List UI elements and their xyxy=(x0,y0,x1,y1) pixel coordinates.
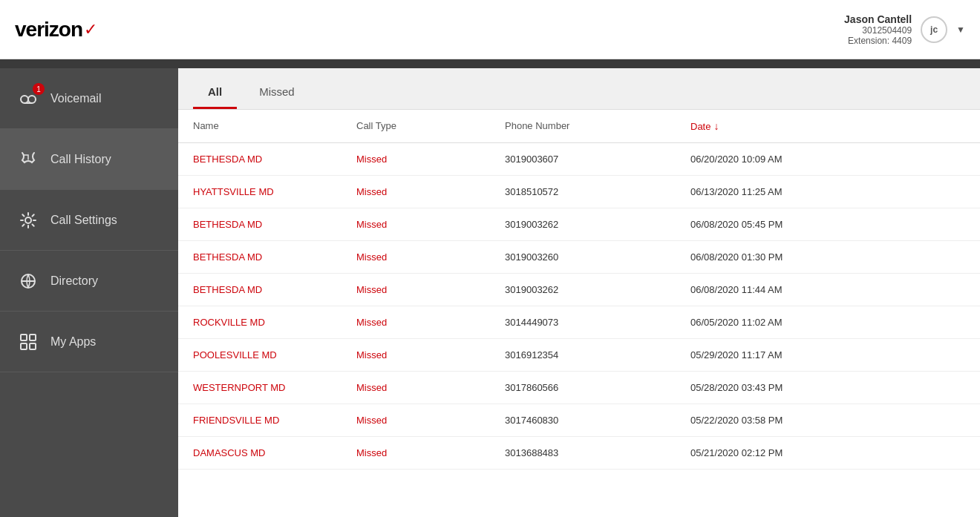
avatar[interactable]: jc xyxy=(921,16,947,43)
table-row: BETHESDA MD Missed 3019003262 06/08/2020… xyxy=(178,208,980,241)
header: verizon ✓ Jason Cantell 3012504409 Exten… xyxy=(0,0,980,59)
column-header-date[interactable]: Date ↓ xyxy=(690,120,965,132)
column-header-name: Name xyxy=(193,120,356,132)
column-header-phone: Phone Number xyxy=(505,120,690,132)
sidebar-label-call-settings: Call Settings xyxy=(50,214,117,227)
svg-point-0 xyxy=(21,96,28,103)
call-history-icon xyxy=(18,149,39,170)
main-content: All Missed Name Call Type Phone Number D… xyxy=(178,68,980,517)
svg-rect-7 xyxy=(30,335,36,340)
user-phone: 3012504409 xyxy=(844,25,912,36)
cell-date: 06/08/2020 01:30 PM xyxy=(690,251,965,263)
sidebar-item-call-settings[interactable]: Call Settings xyxy=(0,190,178,251)
sidebar-label-call-history: Call History xyxy=(50,153,111,166)
table-row: WESTERNPORT MD Missed 3017860566 05/28/2… xyxy=(178,372,980,404)
svg-rect-9 xyxy=(30,343,36,349)
table-row: BETHESDA MD Missed 3019003262 06/08/2020… xyxy=(178,274,980,306)
cell-date: 05/21/2020 02:12 PM xyxy=(690,447,965,458)
column-header-call-type: Call Type xyxy=(356,120,505,132)
cell-phone: 3019003260 xyxy=(505,251,690,263)
cell-name[interactable]: HYATTSVILLE MD xyxy=(193,186,356,197)
table-row: DAMASCUS MD Missed 3013688483 05/21/2020… xyxy=(178,437,980,470)
logo: verizon ✓ xyxy=(15,18,97,42)
cell-date: 06/05/2020 11:02 AM xyxy=(690,317,965,328)
logo-wordmark: verizon xyxy=(15,18,82,42)
cell-phone: 3017860566 xyxy=(505,382,690,393)
table-row: HYATTSVILLE MD Missed 3018510572 06/13/2… xyxy=(178,176,980,208)
cell-name[interactable]: BETHESDA MD xyxy=(193,219,356,230)
cell-phone: 3016912354 xyxy=(505,349,690,360)
cell-phone: 3019003262 xyxy=(505,219,690,230)
cell-phone: 3017460830 xyxy=(505,415,690,426)
table-row: ROCKVILLE MD Missed 3014449073 06/05/202… xyxy=(178,306,980,339)
table-row: POOLESVILLE MD Missed 3016912354 05/29/2… xyxy=(178,339,980,372)
table-row: BETHESDA MD Missed 3019003607 06/20/2020… xyxy=(178,143,980,176)
cell-name[interactable]: BETHESDA MD xyxy=(193,251,356,263)
cell-phone: 3018510572 xyxy=(505,186,690,197)
cell-date: 06/08/2020 11:44 AM xyxy=(690,284,965,295)
user-details: Jason Cantell 3012504409 Extension: 4409 xyxy=(844,13,912,46)
cell-call-type: Missed xyxy=(356,382,505,393)
cell-phone: 3013688483 xyxy=(505,447,690,458)
my-apps-icon xyxy=(18,332,39,352)
user-name: Jason Cantell xyxy=(844,13,912,25)
cell-date: 06/13/2020 11:25 AM xyxy=(690,186,965,197)
cell-call-type: Missed xyxy=(356,284,505,295)
svg-point-1 xyxy=(28,96,36,103)
sidebar-label-directory: Directory xyxy=(50,274,98,288)
call-settings-icon xyxy=(18,210,39,231)
user-extension: Extension: 4409 xyxy=(844,36,912,46)
cell-date: 05/29/2020 11:17 AM xyxy=(690,349,965,360)
cell-name[interactable]: DAMASCUS MD xyxy=(193,447,356,458)
logo-checkmark: ✓ xyxy=(84,20,97,39)
svg-point-3 xyxy=(25,217,31,223)
cell-date: 06/20/2020 10:09 AM xyxy=(690,154,965,165)
sidebar: Voicemail 1 Call History Call Settings xyxy=(0,68,178,517)
cell-call-type: Missed xyxy=(356,251,505,263)
sidebar-item-call-history[interactable]: Call History xyxy=(0,129,178,190)
tabs-container: All Missed xyxy=(178,68,980,110)
layout: Voicemail 1 Call History Call Settings xyxy=(0,68,980,517)
tab-all[interactable]: All xyxy=(193,85,237,109)
cell-call-type: Missed xyxy=(356,349,505,360)
sidebar-label-voicemail: Voicemail xyxy=(50,92,101,105)
sort-arrow-icon: ↓ xyxy=(713,120,719,132)
cell-name[interactable]: BETHESDA MD xyxy=(193,154,356,165)
cell-phone: 3014449073 xyxy=(505,317,690,328)
table-row: FRIENDSVILLE MD Missed 3017460830 05/22/… xyxy=(178,404,980,437)
cell-date: 05/22/2020 03:58 PM xyxy=(690,415,965,426)
sidebar-item-directory[interactable]: Directory xyxy=(0,251,178,312)
cell-name[interactable]: ROCKVILLE MD xyxy=(193,317,356,328)
user-dropdown-arrow[interactable]: ▼ xyxy=(956,24,965,35)
cell-name[interactable]: FRIENDSVILLE MD xyxy=(193,415,356,426)
cell-date: 05/28/2020 03:43 PM xyxy=(690,382,965,393)
cell-call-type: Missed xyxy=(356,219,505,230)
voicemail-badge: 1 xyxy=(33,83,45,95)
cell-call-type: Missed xyxy=(356,317,505,328)
cell-name[interactable]: BETHESDA MD xyxy=(193,284,356,295)
table-row: BETHESDA MD Missed 3019003260 06/08/2020… xyxy=(178,241,980,274)
tab-missed[interactable]: Missed xyxy=(244,85,310,109)
user-info: Jason Cantell 3012504409 Extension: 4409… xyxy=(844,13,965,46)
table-header: Name Call Type Phone Number Date ↓ xyxy=(178,110,980,143)
sidebar-item-voicemail[interactable]: Voicemail 1 xyxy=(0,68,178,129)
cell-call-type: Missed xyxy=(356,154,505,165)
svg-rect-6 xyxy=(21,335,27,340)
cell-name[interactable]: WESTERNPORT MD xyxy=(193,382,356,393)
svg-rect-8 xyxy=(21,343,27,349)
sidebar-label-my-apps: My Apps xyxy=(50,335,96,349)
call-history-table: Name Call Type Phone Number Date ↓ BETHE… xyxy=(178,110,980,517)
cell-call-type: Missed xyxy=(356,186,505,197)
cell-phone: 3019003607 xyxy=(505,154,690,165)
table-rows: BETHESDA MD Missed 3019003607 06/20/2020… xyxy=(178,143,980,470)
cell-name[interactable]: POOLESVILLE MD xyxy=(193,349,356,360)
sidebar-item-my-apps[interactable]: My Apps xyxy=(0,312,178,372)
directory-icon xyxy=(18,271,39,292)
cell-phone: 3019003262 xyxy=(505,284,690,295)
cell-date: 06/08/2020 05:45 PM xyxy=(690,219,965,230)
top-bar xyxy=(0,59,980,68)
cell-call-type: Missed xyxy=(356,447,505,458)
cell-call-type: Missed xyxy=(356,415,505,426)
